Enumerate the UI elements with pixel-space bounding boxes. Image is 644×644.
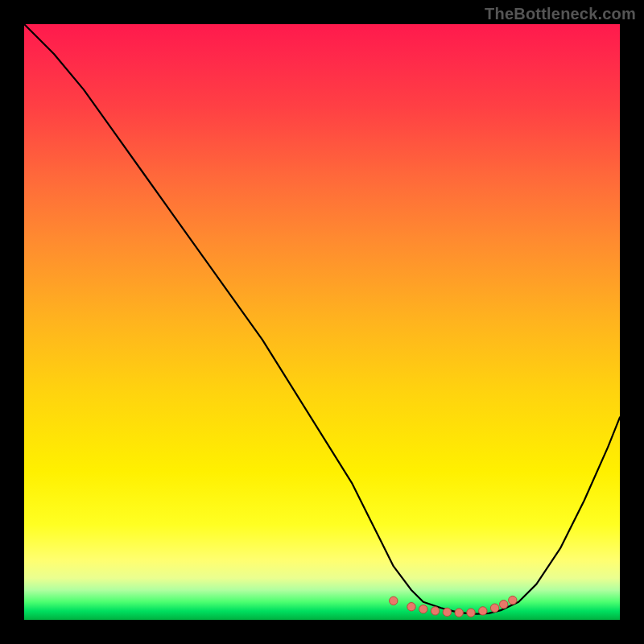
watermark-text: TheBottleneck.com	[485, 5, 636, 23]
minimum-marker	[479, 607, 487, 615]
minimum-marker	[390, 597, 398, 605]
minimum-marker	[407, 603, 415, 611]
minimum-marker	[509, 596, 517, 604]
minimum-marker-group	[390, 596, 517, 617]
bottleneck-line-chart	[24, 24, 620, 620]
minimum-marker	[467, 609, 475, 617]
plot-area	[24, 24, 620, 620]
chart-frame: TheBottleneck.com	[0, 0, 644, 644]
minimum-marker	[443, 608, 451, 616]
minimum-marker	[419, 605, 427, 613]
minimum-marker	[455, 609, 463, 617]
minimum-marker	[431, 607, 439, 615]
bottleneck-curve-path	[24, 24, 620, 614]
minimum-marker	[500, 601, 508, 609]
minimum-marker	[490, 604, 498, 612]
